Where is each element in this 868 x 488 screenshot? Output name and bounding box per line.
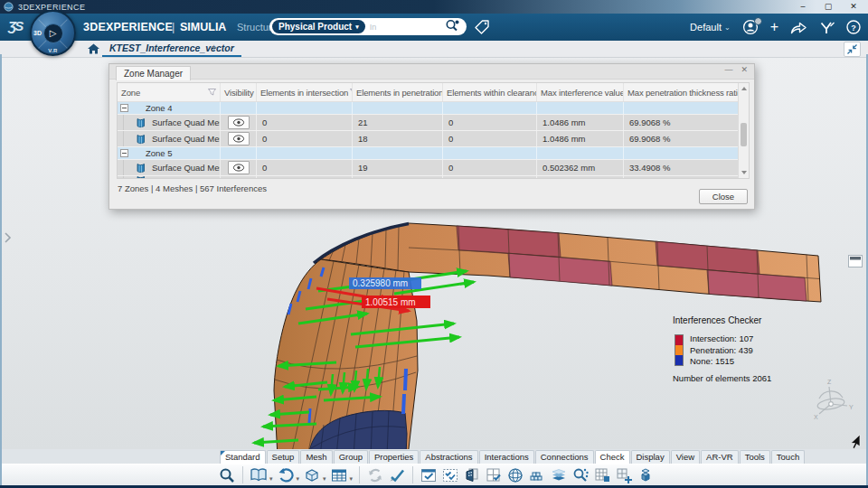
minimize-button[interactable]: – xyxy=(790,0,816,14)
compass-play-icon[interactable]: ▷ xyxy=(43,23,63,43)
compass-3d-label[interactable]: 3D xyxy=(33,30,42,36)
ribbon-tab-setup[interactable]: Setup xyxy=(267,450,300,464)
ribbon-tab-ar-vr[interactable]: AR-VR xyxy=(701,450,739,464)
collapse-expander-icon[interactable] xyxy=(120,104,128,112)
zone-group-row[interactable]: Zone 5 xyxy=(118,147,749,160)
toolbar-icon-window-multi-check[interactable] xyxy=(440,465,460,485)
ribbon-tab-group[interactable]: Group xyxy=(334,450,368,464)
measurement-label-blue[interactable]: 0.325980 mm xyxy=(349,277,421,289)
toolbar-icon-window-check[interactable] xyxy=(419,465,439,485)
search-scope-dropdown[interactable]: Physical Product ▾ xyxy=(272,20,365,33)
ribbon-tab-display[interactable]: Display xyxy=(631,450,670,464)
mesh-icon xyxy=(136,134,146,145)
search-bar[interactable]: Physical Product ▾ In xyxy=(269,18,467,35)
toolbar-icon-cubes[interactable] xyxy=(636,465,656,485)
home-icon[interactable] xyxy=(88,43,99,54)
mesh-row-clipped[interactable] xyxy=(118,176,749,179)
tag-icon[interactable] xyxy=(474,19,491,39)
toolbar-icon-sphere-mesh[interactable] xyxy=(505,465,525,485)
column-header-intersection[interactable]: Elements in intersection xyxy=(257,83,353,101)
legend-item: Penetration: 439 xyxy=(690,345,835,357)
column-header-clearance[interactable]: Elements within clearance xyxy=(443,83,537,101)
measurement-label-red[interactable]: 1.00515 mm xyxy=(362,296,430,308)
help-icon[interactable]: ? xyxy=(846,20,861,34)
scroll-down-icon[interactable] xyxy=(741,171,747,174)
cell-clearance: 0 xyxy=(443,160,537,175)
expand-left-panel-icon[interactable] xyxy=(4,231,12,244)
toolbar-icon-solid-shape[interactable] xyxy=(302,465,322,485)
close-dialog-button[interactable]: Close xyxy=(699,189,748,204)
toolbar-icon-grid-add[interactable] xyxy=(614,465,634,485)
table-scrollbar[interactable] xyxy=(738,83,749,178)
dialog-title-tab[interactable]: Zone Manager xyxy=(116,66,191,80)
zone-table-header: Zone Visibility Elements in intersection… xyxy=(118,83,749,102)
toolbar-icon-grid-check[interactable] xyxy=(484,465,504,485)
collapse-expander-icon[interactable] xyxy=(120,149,128,157)
compass-vr-label[interactable]: V.R xyxy=(48,48,57,53)
visibility-eye-icon[interactable] xyxy=(228,161,250,174)
column-header-max-interference[interactable]: Max interference value xyxy=(537,83,624,101)
collapse-view-icon[interactable] xyxy=(844,42,861,57)
toolbar-icon-building-copy[interactable] xyxy=(462,465,482,485)
column-header-penetration[interactable]: Elements in penetration xyxy=(353,83,443,101)
ribbon-tab-connections[interactable]: Connections xyxy=(535,450,594,464)
ribbon-tab-touch[interactable]: Touch xyxy=(771,450,805,464)
dropdown-caret-icon[interactable]: ▾ xyxy=(269,475,273,483)
column-header-max-ratio[interactable]: Max penetration thickness ratio xyxy=(624,83,739,101)
mesh-row[interactable]: Surface Quad Mesh.1 0 18 0 1.0486 mm 69.… xyxy=(118,131,749,147)
column-header-zone[interactable]: Zone xyxy=(118,83,221,101)
toolbar-icon-layers[interactable] xyxy=(549,465,569,485)
visibility-eye-icon[interactable] xyxy=(228,132,250,145)
window-titlebar[interactable]: 3DEXPERIENCE – ▢ ✕ xyxy=(0,0,868,14)
column-header-visibility[interactable]: Visibility xyxy=(221,83,257,101)
toolbar-icon-data-table[interactable] xyxy=(329,465,349,485)
scrollbar-thumb[interactable] xyxy=(741,123,747,146)
toolbar-icon-grid-cube[interactable] xyxy=(592,465,612,485)
dropdown-caret-icon[interactable]: ▾ xyxy=(297,475,300,483)
scroll-up-icon[interactable] xyxy=(741,87,747,90)
axis-triad[interactable]: Z Y X xyxy=(814,379,854,420)
dialog-titlebar[interactable] xyxy=(109,64,754,80)
3dswym-icon[interactable] xyxy=(819,21,835,34)
search-icon[interactable] xyxy=(445,18,460,35)
dialog-minimize-icon[interactable]: — xyxy=(724,65,732,74)
zone-manager-dialog[interactable]: Zone Manager — ✕ Zone Visibility Element… xyxy=(108,63,755,210)
toolbar-icon-zoom-details[interactable] xyxy=(571,465,590,485)
ribbon-tab-abstractions[interactable]: Abstractions xyxy=(420,450,477,464)
ribbon-tab-view[interactable]: View xyxy=(671,450,700,464)
toolbar-icon-validate-check[interactable] xyxy=(387,465,407,485)
new-tab-button[interactable]: + xyxy=(211,42,217,54)
toolbar-icon-brick-grid[interactable] xyxy=(527,465,547,485)
tree-line xyxy=(123,176,132,179)
toolbar-icon-catalog-book[interactable] xyxy=(249,465,269,485)
ribbon-tab-mesh[interactable]: Mesh xyxy=(300,450,332,464)
profile-dropdown[interactable]: Default ⌄ xyxy=(690,22,731,33)
toolbar-icon-undo[interactable] xyxy=(276,465,296,485)
dropdown-caret-icon[interactable]: ▾ xyxy=(350,475,354,483)
close-button[interactable]: ✕ xyxy=(841,0,866,14)
search-scope-label: Physical Product xyxy=(278,22,352,32)
search-input[interactable]: In xyxy=(370,23,445,32)
mesh-row[interactable]: Surface Quad Mesh.2 0 19 0 0.502362 mm 3… xyxy=(118,160,749,176)
visibility-eye-icon[interactable] xyxy=(228,116,250,129)
dialog-close-icon[interactable]: ✕ xyxy=(741,65,748,74)
share-icon[interactable] xyxy=(790,21,807,34)
toolbar-icon-zoom-area[interactable] xyxy=(217,465,237,485)
user-avatar[interactable] xyxy=(742,19,759,35)
zone-group-row[interactable]: Zone 4 xyxy=(118,102,749,115)
document-tab[interactable]: KTEST_Interference_vector xyxy=(102,41,241,57)
ribbon-tab-check[interactable]: Check xyxy=(595,450,630,464)
ribbon-tab-properties[interactable]: Properties xyxy=(369,450,419,464)
ribbon-tab-tools[interactable]: Tools xyxy=(740,450,770,464)
mesh-row[interactable]: Surface Quad Mesh.2 0 21 0 1.0486 mm 69.… xyxy=(118,115,749,131)
right-panel-icon[interactable] xyxy=(848,255,863,267)
toolbar-icon-refresh[interactable] xyxy=(365,465,385,485)
ribbon-tab-standard[interactable]: Standard xyxy=(220,450,266,464)
dropdown-caret-icon[interactable]: ▾ xyxy=(323,475,326,483)
ribbon-tab-interactions[interactable]: Interactions xyxy=(479,450,534,464)
compass-widget[interactable]: ▷ 3D V.R xyxy=(30,10,76,56)
maximize-button[interactable]: ▢ xyxy=(816,0,841,14)
legend-item: Intersection: 107 xyxy=(690,333,835,345)
add-content-button[interactable]: + xyxy=(770,21,778,33)
ribbon-tabbar: Standard Setup Mesh Group Properties Abs… xyxy=(0,449,868,464)
